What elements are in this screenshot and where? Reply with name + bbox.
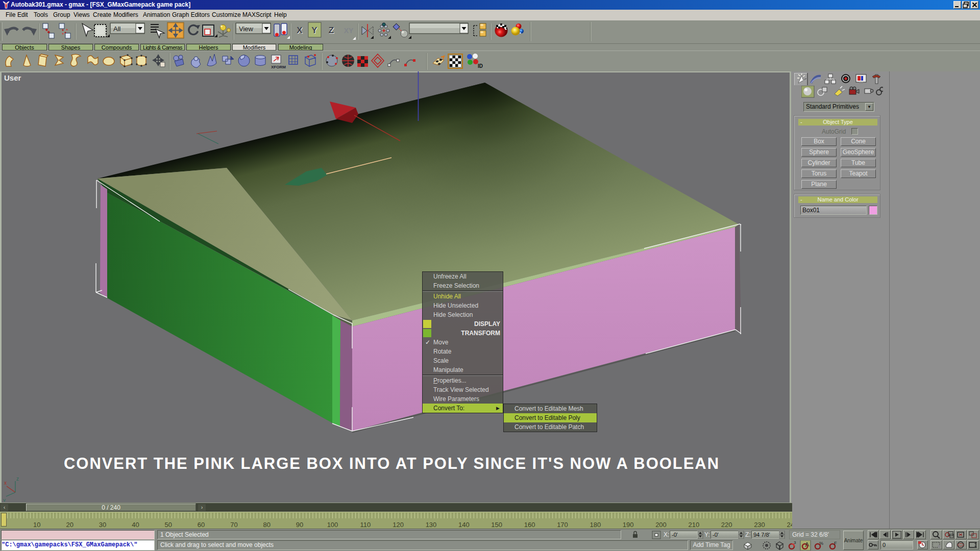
svg-text:View: View	[239, 25, 254, 33]
svg-text:F: F	[834, 541, 837, 546]
svg-text:240: 240	[787, 521, 792, 529]
svg-text:220: 220	[721, 521, 732, 529]
svg-text:200: 200	[655, 521, 667, 529]
svg-text:%: %	[819, 541, 823, 546]
svg-text:x: x	[4, 480, 7, 486]
svg-text:160: 160	[524, 521, 535, 529]
svg-text:110: 110	[360, 521, 371, 529]
svg-text:20: 20	[66, 521, 73, 529]
svg-text:190: 190	[623, 521, 634, 529]
svg-text:80: 80	[263, 521, 271, 529]
svg-text:230: 230	[754, 521, 765, 529]
svg-text:XY: XY	[344, 27, 354, 35]
svg-text:140: 140	[458, 521, 470, 529]
svg-text:ID: ID	[478, 63, 483, 69]
svg-text:XFORM: XFORM	[271, 65, 286, 69]
svg-text:120: 120	[393, 521, 404, 529]
svg-text:150: 150	[491, 521, 502, 529]
svg-text:100: 100	[327, 521, 338, 529]
svg-text:130: 130	[426, 521, 437, 529]
svg-text:10: 10	[33, 521, 40, 529]
svg-text:Y: Y	[311, 26, 317, 35]
svg-text:Z: Z	[329, 26, 334, 35]
svg-text:All: All	[113, 25, 121, 33]
svg-text:X: X	[297, 26, 303, 35]
svg-text:y: y	[3, 497, 6, 502]
svg-text:60: 60	[198, 521, 205, 529]
svg-text:180: 180	[590, 521, 601, 529]
svg-text:50: 50	[165, 521, 172, 529]
svg-text:210: 210	[688, 521, 699, 529]
svg-text:90: 90	[296, 521, 303, 529]
svg-text:170: 170	[557, 521, 568, 529]
svg-text:40: 40	[132, 521, 139, 529]
svg-text:z: z	[16, 476, 19, 482]
svg-text:30: 30	[99, 521, 106, 529]
svg-text:70: 70	[230, 521, 237, 529]
svg-text:3: 3	[794, 540, 796, 545]
